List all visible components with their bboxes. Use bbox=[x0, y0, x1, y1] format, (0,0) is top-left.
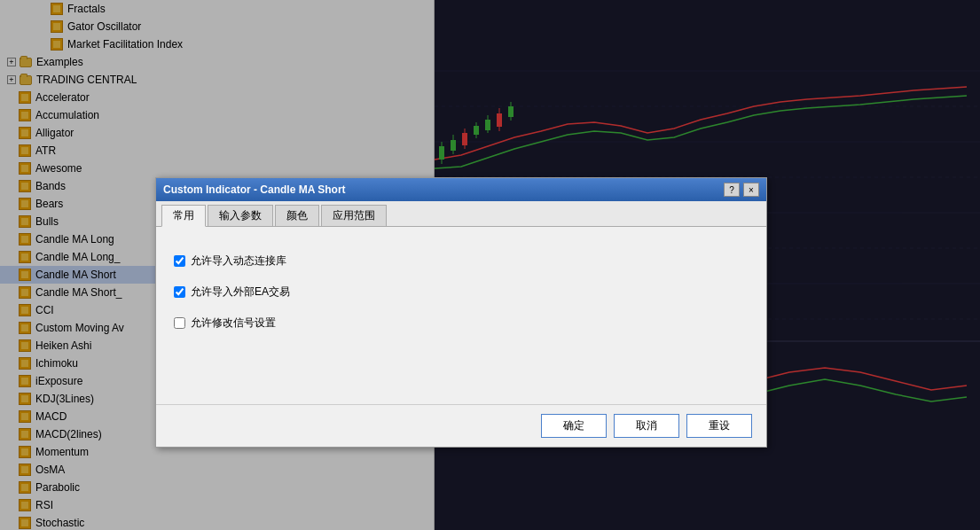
tab-params[interactable]: 输入参数 bbox=[208, 205, 273, 226]
help-button[interactable]: ? bbox=[724, 183, 740, 197]
tab-scope[interactable]: 应用范围 bbox=[321, 205, 387, 226]
dialog-content: 允许导入动态连接库允许导入外部EA交易允许修改信号设置 bbox=[156, 227, 766, 404]
close-button[interactable]: × bbox=[743, 183, 759, 197]
checkbox-row-allow-dll: 允许导入动态连接库 bbox=[174, 253, 749, 269]
checkbox-label-allow-dll: 允许导入动态连接库 bbox=[191, 253, 286, 269]
dialog-footer: 确定 取消 重设 bbox=[156, 404, 766, 447]
cancel-button[interactable]: 取消 bbox=[614, 414, 679, 438]
checkbox-row-allow-signal: 允许修改信号设置 bbox=[174, 316, 749, 331]
modal-overlay: Custom Indicator - Candle MA Short ? × 常… bbox=[0, 0, 980, 530]
checkbox-label-allow-signal: 允许修改信号设置 bbox=[191, 316, 276, 331]
checkbox-allow-dll[interactable] bbox=[174, 255, 185, 267]
dialog-title: Custom Indicator - Candle MA Short bbox=[163, 183, 346, 196]
checkbox-allow-ea[interactable] bbox=[174, 286, 185, 298]
confirm-button[interactable]: 确定 bbox=[541, 414, 607, 438]
checkbox-allow-signal[interactable] bbox=[174, 317, 185, 329]
dialog-controls: ? × bbox=[724, 183, 759, 197]
custom-indicator-dialog: Custom Indicator - Candle MA Short ? × 常… bbox=[155, 177, 767, 448]
tab-general[interactable]: 常用 bbox=[161, 205, 206, 227]
reset-button[interactable]: 重设 bbox=[686, 414, 752, 438]
checkbox-row-allow-ea: 允许导入外部EA交易 bbox=[174, 284, 749, 300]
dialog-tabs: 常用输入参数颜色应用范围 bbox=[156, 201, 766, 227]
checkbox-label-allow-ea: 允许导入外部EA交易 bbox=[191, 284, 290, 300]
tab-colors[interactable]: 颜色 bbox=[275, 205, 319, 226]
dialog-titlebar: Custom Indicator - Candle MA Short ? × bbox=[156, 178, 766, 201]
